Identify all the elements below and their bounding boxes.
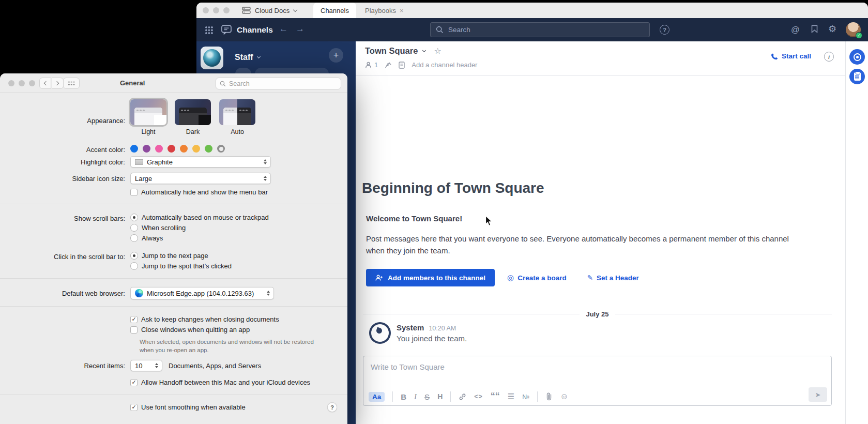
allow-handoff-checkbox[interactable]: [130, 379, 138, 386]
message-composer[interactable]: Write to Town Square Aa B I S H <> ““ ☰ …: [363, 356, 832, 406]
add-channel-header-button[interactable]: Add a channel header: [412, 61, 477, 69]
appearance-dark-option[interactable]: [175, 99, 211, 125]
channel-name[interactable]: Town Square: [365, 46, 418, 56]
product-switcher[interactable]: Channels: [221, 18, 273, 41]
team-menu[interactable]: Staff: [235, 53, 260, 62]
channels-icon: [221, 25, 232, 35]
accent-graphite-swatch[interactable]: [217, 145, 225, 153]
show-all-button[interactable]: [63, 78, 80, 89]
server-dropdown[interactable]: Cloud Docs: [242, 3, 297, 18]
channel-intro-body: Post messages here that you want everyon…: [366, 233, 809, 256]
globe-icon: [203, 49, 221, 67]
apps-grid-icon[interactable]: [205, 26, 213, 34]
appearance-light-option[interactable]: [130, 99, 166, 125]
accent-orange-swatch[interactable]: [180, 145, 188, 153]
scroll-auto-radio[interactable]: [130, 214, 138, 221]
quote-icon[interactable]: ““: [491, 393, 500, 400]
emoji-icon[interactable]: ☺: [560, 392, 568, 401]
global-search-input[interactable]: Search: [430, 22, 650, 37]
link-icon[interactable]: [459, 393, 466, 401]
accent-blue-swatch[interactable]: [130, 145, 138, 153]
code-icon[interactable]: <>: [474, 393, 483, 400]
post-message: You joined the team.: [397, 334, 467, 343]
user-avatar[interactable]: ✓: [846, 22, 861, 37]
accent-pink-swatch[interactable]: [155, 145, 163, 153]
show-formatting-icon[interactable]: Aa: [369, 392, 385, 402]
scroll-always-label: Always: [142, 234, 163, 242]
channel-info-icon[interactable]: i: [824, 52, 834, 62]
settings-gear-icon[interactable]: ⚙: [828, 23, 836, 35]
add-members-button[interactable]: Add members to this channel: [366, 269, 495, 286]
accent-green-swatch[interactable]: [205, 145, 212, 153]
send-button[interactable]: ➤: [809, 387, 827, 402]
accent-purple-swatch[interactable]: [143, 145, 150, 153]
bulleted-list-icon[interactable]: ☰: [508, 392, 514, 401]
pencil-icon: ✎: [587, 274, 593, 282]
jump-to-spot-radio[interactable]: [130, 262, 138, 270]
numbered-list-icon[interactable]: №: [522, 393, 529, 401]
stepper-icon: [262, 176, 268, 181]
close-tab-icon[interactable]: ×: [400, 7, 404, 14]
traffic-light-close[interactable]: [8, 80, 14, 86]
accent-red-swatch[interactable]: [167, 145, 175, 153]
favorite-star-icon[interactable]: ☆: [434, 46, 441, 56]
mentions-icon[interactable]: @: [791, 25, 800, 35]
member-count[interactable]: 1: [365, 61, 378, 69]
accent-yellow-swatch[interactable]: [192, 145, 200, 153]
forward-icon[interactable]: →: [296, 24, 304, 34]
auto-hide-menubar-checkbox[interactable]: [130, 189, 138, 196]
traffic-light-zoom[interactable]: [223, 7, 230, 13]
chevron-down-icon: [257, 55, 261, 58]
traffic-light-zoom[interactable]: [29, 80, 35, 86]
strikethrough-icon[interactable]: S: [424, 392, 430, 401]
saved-posts-icon[interactable]: [811, 25, 818, 33]
font-smoothing-checkbox[interactable]: [130, 404, 138, 411]
default-browser-select[interactable]: Microsoft Edge.app (104.0.1293.63): [130, 287, 274, 299]
tab-channels[interactable]: Channels: [313, 3, 356, 18]
highlight-color-select[interactable]: Graphite: [130, 156, 271, 168]
chevron-down-icon: [293, 7, 297, 11]
help-icon[interactable]: ?: [660, 25, 669, 35]
prefs-titlebar: General Search: [0, 73, 347, 93]
forward-button[interactable]: [52, 78, 64, 89]
stepper-icon: [262, 159, 268, 164]
add-channel-button[interactable]: +: [329, 48, 343, 63]
close-windows-label: Close windows when quitting an app: [141, 326, 250, 334]
set-header-button[interactable]: ✎ Set a Header: [587, 274, 639, 282]
back-icon[interactable]: ←: [279, 24, 288, 34]
pinned-posts-icon[interactable]: [385, 62, 392, 69]
chevron-down-icon[interactable]: [422, 48, 426, 52]
help-button[interactable]: ?: [327, 402, 337, 412]
appearance-auto-option[interactable]: [219, 99, 255, 125]
boards-app-icon[interactable]: [849, 49, 865, 65]
date-label[interactable]: July 25: [580, 310, 615, 318]
start-call-button[interactable]: Start call: [771, 52, 811, 60]
channel-files-icon[interactable]: [399, 62, 405, 69]
ask-keep-changes-checkbox[interactable]: [130, 316, 138, 323]
channel-intro-title: Beginning of Town Square: [362, 180, 544, 196]
tab-playbooks[interactable]: Playbooks ×: [358, 3, 411, 18]
post-author[interactable]: System: [397, 323, 424, 332]
team-icon[interactable]: [201, 47, 223, 69]
scroll-always-radio[interactable]: [130, 234, 138, 242]
close-windows-checkbox[interactable]: [130, 326, 138, 334]
scroll-auto-row: Automatically based on mouse or trackpad: [130, 214, 269, 221]
back-button[interactable]: [39, 78, 51, 89]
traffic-light-minimize[interactable]: [19, 80, 25, 86]
composer-placeholder[interactable]: Write to Town Square: [371, 362, 445, 371]
scroll-when-scrolling-radio[interactable]: [130, 224, 138, 232]
italic-icon[interactable]: I: [414, 392, 417, 401]
playbooks-app-icon[interactable]: [849, 69, 865, 84]
sidebar-icon-size-select[interactable]: Large: [130, 173, 271, 184]
bold-icon[interactable]: B: [401, 392, 406, 401]
jump-next-page-radio[interactable]: [130, 252, 138, 260]
traffic-light-minimize[interactable]: [213, 7, 219, 13]
attachment-icon[interactable]: [545, 392, 552, 401]
prefs-search-input[interactable]: Search: [216, 78, 341, 89]
heading-icon[interactable]: H: [437, 392, 443, 401]
traffic-light-close[interactable]: [203, 7, 209, 13]
recent-items-select[interactable]: 10: [130, 360, 162, 371]
appearance-light-label: Light: [130, 128, 166, 135]
create-board-button[interactable]: ◎ Create a board: [507, 273, 567, 282]
create-board-label: Create a board: [517, 274, 567, 282]
